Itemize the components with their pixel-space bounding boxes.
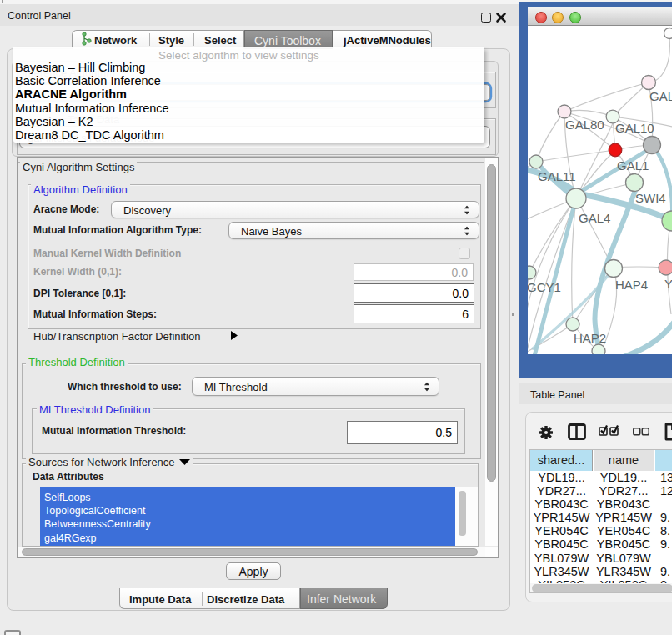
svg-text:HAP2: HAP2 [574, 331, 606, 345]
svg-text:GAL1: GAL1 [617, 158, 649, 172]
svg-text:GAL7: GAL7 [649, 89, 672, 103]
svg-text:SWI4: SWI4 [635, 191, 666, 205]
svg-text:HAP4: HAP4 [615, 278, 648, 292]
svg-text:GAL80: GAL80 [565, 118, 604, 132]
svg-text:GAL4: GAL4 [579, 211, 610, 225]
svg-text:Y: Y [664, 277, 672, 291]
svg-text:GAL11: GAL11 [538, 169, 576, 183]
svg-text:GAL10: GAL10 [615, 121, 654, 135]
svg-text:GCY1: GCY1 [528, 280, 561, 294]
